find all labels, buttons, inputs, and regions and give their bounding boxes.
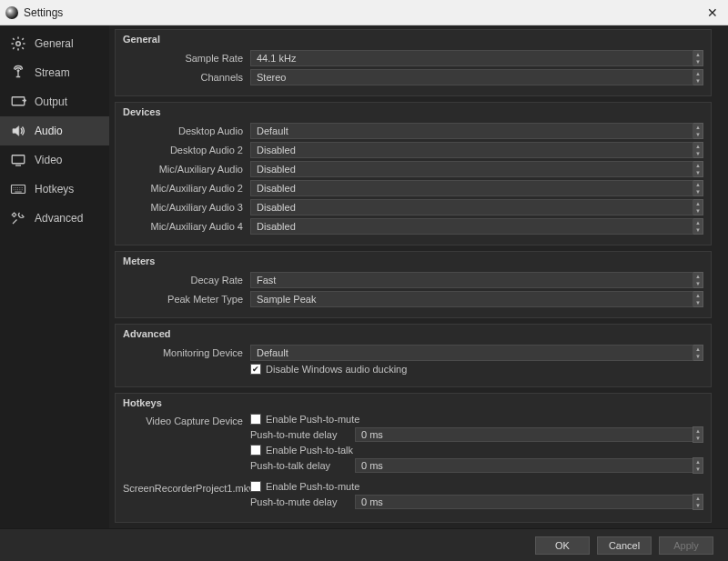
ptm-label: Enable Push-to-mute: [266, 414, 359, 425]
device-label: Mic/Auxiliary Audio 2: [123, 183, 250, 194]
ptt-label: Enable Push-to-talk: [266, 445, 353, 456]
desktop-audio-2-select[interactable]: Disabled: [250, 142, 693, 158]
ok-button[interactable]: OK: [535, 536, 590, 555]
sidebar-item-label: Stream: [35, 66, 70, 79]
ptt-checkbox[interactable]: [250, 445, 261, 456]
sidebar-item-label: General: [35, 37, 74, 50]
section-title: Devices: [123, 106, 703, 117]
device-label: Desktop Audio: [123, 125, 250, 136]
source-label: Video Capture Device: [123, 414, 250, 426]
svg-rect-2: [12, 97, 25, 105]
section-title: Meters: [123, 255, 703, 266]
select-spinner[interactable]: ▲▼: [693, 123, 703, 139]
desktop-audio-select[interactable]: Default: [250, 123, 693, 139]
ptm-checkbox[interactable]: [250, 414, 261, 425]
select-spinner[interactable]: ▲▼: [693, 272, 703, 288]
sample-rate-label: Sample Rate: [123, 53, 250, 64]
device-label: Desktop Audio 2: [123, 145, 250, 155]
sidebar: General Stream Output Audio Video: [0, 25, 109, 528]
ptt-delay-input[interactable]: 0 ms: [355, 458, 693, 473]
sample-rate-select[interactable]: 44.1 kHz: [250, 50, 693, 66]
sidebar-item-stream[interactable]: Stream: [0, 58, 109, 87]
device-label: Mic/Auxiliary Audio 3: [123, 202, 250, 213]
sidebar-item-label: Video: [35, 154, 62, 166]
ptm-delay-input[interactable]: 0 ms: [355, 427, 693, 442]
ducking-label: Disable Windows audio ducking: [266, 364, 407, 375]
apply-button[interactable]: Apply: [659, 536, 713, 555]
sidebar-item-general[interactable]: General: [0, 29, 109, 58]
select-spinner[interactable]: ▲▼: [693, 218, 703, 235]
channels-label: Channels: [123, 72, 250, 83]
select-spinner[interactable]: ▲▼: [693, 50, 703, 66]
ptm-checkbox[interactable]: [250, 481, 261, 492]
tools-icon: [9, 211, 27, 225]
output-icon: [9, 95, 27, 109]
main-panel: General Sample Rate 44.1 kHz ▲▼ Channels…: [109, 25, 728, 528]
section-devices: Devices Desktop AudioDefault▲▼ Desktop A…: [115, 102, 712, 245]
peak-meter-select[interactable]: Sample Peak: [250, 291, 693, 307]
select-spinner[interactable]: ▲▼: [693, 291, 703, 307]
titlebar: Settings ✕: [0, 0, 728, 25]
mic-aux-audio-2-select[interactable]: Disabled: [250, 180, 693, 196]
cancel-button[interactable]: Cancel: [597, 536, 652, 555]
select-spinner[interactable]: ▲▼: [693, 345, 703, 361]
keyboard-icon: [9, 182, 27, 196]
sidebar-item-output[interactable]: Output: [0, 87, 109, 116]
section-title: General: [123, 34, 703, 45]
sidebar-item-label: Audio: [35, 125, 63, 137]
ptm-delay-label: Push-to-mute delay: [250, 429, 355, 440]
device-label: Mic/Auxiliary Audio 4: [123, 221, 250, 232]
svg-point-1: [17, 70, 19, 72]
svg-point-0: [16, 42, 21, 46]
ptt-delay-label: Push-to-talk delay: [250, 460, 355, 471]
mic-aux-audio-3-select[interactable]: Disabled: [250, 199, 693, 215]
sidebar-item-advanced[interactable]: Advanced: [0, 204, 109, 233]
mic-aux-audio-select[interactable]: Disabled: [250, 161, 693, 177]
select-spinner[interactable]: ▲▼: [693, 180, 703, 196]
video-icon: [9, 153, 27, 167]
ducking-checkbox[interactable]: ✔: [250, 364, 261, 375]
channels-select[interactable]: Stereo: [250, 69, 693, 85]
mic-aux-audio-4-select[interactable]: Disabled: [250, 218, 693, 235]
section-advanced: Advanced Monitoring DeviceDefault▲▼ ✔Dis…: [115, 324, 712, 387]
decay-rate-select[interactable]: Fast: [250, 272, 693, 288]
footer: OK Cancel Apply: [0, 528, 728, 561]
sidebar-item-label: Hotkeys: [35, 183, 74, 195]
ptm-label: Enable Push-to-mute: [266, 481, 359, 492]
section-title: Advanced: [123, 328, 703, 339]
monitor-device-select[interactable]: Default: [250, 345, 693, 361]
gear-icon: [9, 36, 27, 51]
peak-meter-label: Peak Meter Type: [123, 294, 250, 305]
device-label: Mic/Auxiliary Audio: [123, 164, 250, 175]
monitor-device-label: Monitoring Device: [123, 347, 250, 358]
sidebar-item-label: Output: [35, 95, 67, 108]
section-general: General Sample Rate 44.1 kHz ▲▼ Channels…: [115, 29, 712, 96]
section-meters: Meters Decay RateFast▲▼ Peak Meter TypeS…: [115, 251, 712, 318]
source-label: ScreenRecorderProject1.mkv: [123, 481, 250, 494]
number-spinner[interactable]: ▲▼: [693, 494, 703, 510]
sidebar-item-hotkeys[interactable]: Hotkeys: [0, 175, 109, 204]
number-spinner[interactable]: ▲▼: [693, 457, 703, 474]
select-spinner[interactable]: ▲▼: [693, 199, 703, 215]
select-spinner[interactable]: ▲▼: [693, 142, 703, 158]
ptm-delay-label: Push-to-mute delay: [250, 496, 355, 507]
number-spinner[interactable]: ▲▼: [693, 426, 703, 443]
audio-icon: [9, 124, 27, 138]
select-spinner[interactable]: ▲▼: [693, 161, 703, 177]
sidebar-item-label: Advanced: [35, 212, 83, 225]
sidebar-item-video[interactable]: Video: [0, 145, 109, 175]
stream-icon: [9, 65, 27, 80]
ptm-delay-input[interactable]: 0 ms: [355, 495, 693, 509]
section-hotkeys: Hotkeys Video Capture Device Enable Push…: [115, 393, 712, 523]
decay-rate-label: Decay Rate: [123, 275, 250, 286]
section-title: Hotkeys: [123, 397, 703, 408]
sidebar-item-audio[interactable]: Audio: [0, 116, 109, 145]
select-spinner[interactable]: ▲▼: [693, 69, 703, 85]
app-icon: [5, 6, 18, 19]
window-title: Settings: [24, 6, 704, 19]
close-icon[interactable]: ✕: [704, 5, 721, 21]
svg-rect-3: [12, 155, 25, 164]
